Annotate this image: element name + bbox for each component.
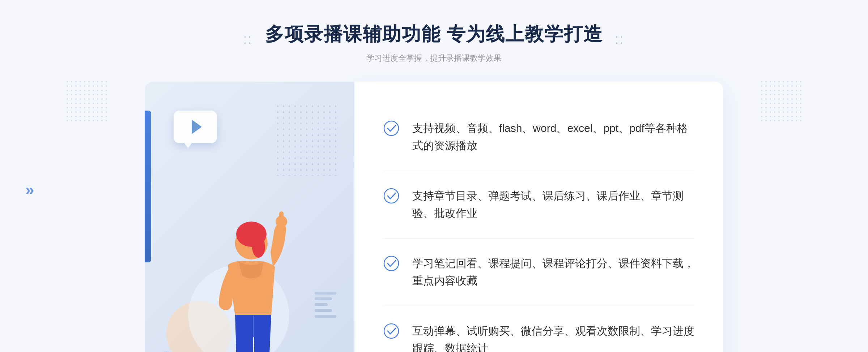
person-illustration [181,200,289,352]
feature-text-2: 支持章节目录、弹题考试、课后练习、课后作业、章节测验、批改作业 [412,187,694,222]
feature-item-2: 支持章节目录、弹题考试、课后练习、课后作业、章节测验、批改作业 [383,171,694,239]
svg-point-13 [384,324,399,338]
svg-point-11 [384,189,399,203]
content-area: 支持视频、音频、flash、word、excel、ppt、pdf等各种格式的资源… [145,82,723,352]
feature-text-1: 支持视频、音频、flash、word、excel、ppt、pdf等各种格式的资源… [412,120,694,154]
illustration-dots [275,103,340,176]
stripes-block [315,287,336,323]
svg-point-4 [252,236,265,258]
dots-decoration-right [760,80,803,123]
double-arrow-decoration: » [25,181,34,199]
check-icon-2 [383,188,399,204]
feature-text-4: 互动弹幕、试听购买、微信分享、观看次数限制、学习进度跟踪、数据统计 [412,322,694,352]
svg-rect-6 [279,211,284,222]
dots-decoration-left [65,80,109,123]
stripe-4 [315,309,332,312]
accent-bar [145,111,151,262]
feature-item-4: 互动弹幕、试听购买、微信分享、观看次数限制、学习进度跟踪、数据统计 [383,306,694,352]
check-icon-1 [383,120,399,136]
feature-item-1: 支持视频、音频、flash、word、excel、ppt、pdf等各种格式的资源… [383,103,694,171]
check-icon-4 [383,323,399,339]
stripe-3 [315,303,328,306]
svg-point-12 [384,256,399,271]
illustration-panel [145,82,354,352]
stripe-1 [315,292,336,295]
main-title: 多项录播课辅助功能 专为线上教学打造 [265,22,603,47]
check-icon-3 [383,256,399,271]
header-section: 多项录播课辅助功能 专为线上教学打造 学习进度全掌握，提升录播课教学效果 [265,22,603,64]
feature-item-3: 学习笔记回看、课程提问、课程评论打分、课件资料下载，重点内容收藏 [383,239,694,306]
play-bubble [174,111,217,143]
feature-text-3: 学习笔记回看、课程提问、课程评论打分、课件资料下载，重点内容收藏 [412,255,694,289]
page-container: » 多项录播课辅助功能 专为线上教学打造 学习进度全掌握，提升录播课教学效果 [0,0,868,352]
play-icon [192,120,202,134]
features-panel: 支持视频、音频、flash、word、excel、ppt、pdf等各种格式的资源… [354,82,723,352]
svg-point-10 [384,121,399,136]
stripe-5 [315,315,336,318]
stripe-2 [315,297,332,300]
sub-title: 学习进度全掌握，提升录播课教学效果 [265,53,603,64]
